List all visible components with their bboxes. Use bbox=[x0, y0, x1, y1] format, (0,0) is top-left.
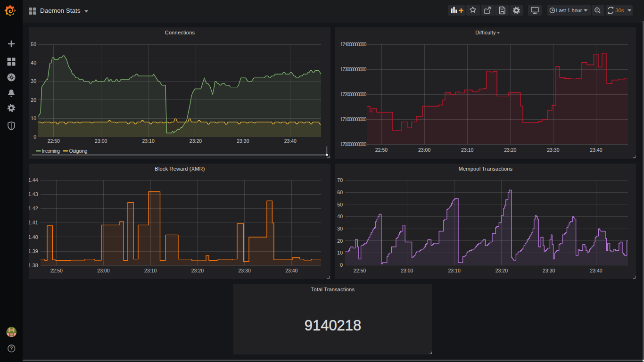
svg-text:Incoming: Incoming bbox=[41, 148, 60, 154]
svg-text:Outgoing: Outgoing bbox=[69, 148, 88, 154]
